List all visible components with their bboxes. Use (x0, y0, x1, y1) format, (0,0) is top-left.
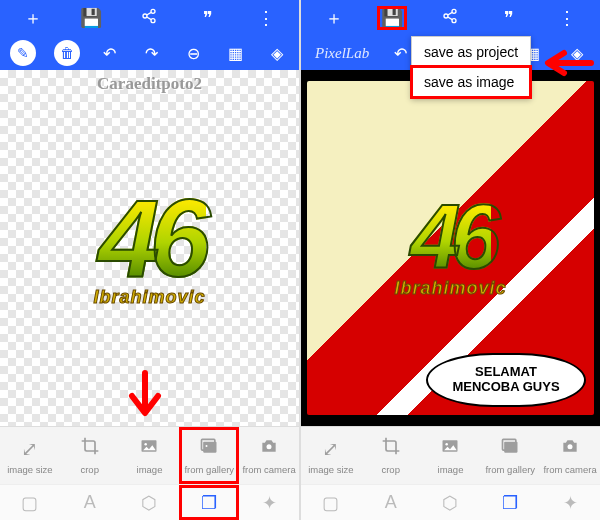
nav-text[interactable]: A (361, 485, 421, 520)
from-gallery-button[interactable]: from gallery (480, 427, 540, 484)
nav-fx[interactable]: ✦ (239, 485, 299, 520)
grid-icon[interactable]: ▦ (223, 44, 247, 63)
art-name: Ibrahimovic (394, 278, 506, 299)
image-size-button[interactable]: ⤢ image size (0, 427, 60, 484)
watermark: Caraeditpoto2 (97, 74, 202, 94)
crop-label: crop (80, 464, 98, 475)
editor-canvas[interactable]: Caraeditpoto2 46 Ibrahimovic (0, 70, 299, 426)
from-gallery-icon (199, 436, 219, 461)
edit-button[interactable]: ✎ (10, 40, 36, 66)
bottom-toolbar: ⤢ image size crop image from gallery f (0, 426, 299, 484)
art-number: 46 (410, 197, 490, 278)
nav-text[interactable]: A (60, 485, 120, 520)
quote-icon[interactable]: ❞ (495, 7, 523, 29)
nav-bar: ▢ A ⬡ ❐ ✦ (0, 484, 299, 520)
share-icon[interactable] (135, 8, 163, 29)
crop-icon (381, 436, 401, 461)
more-icon[interactable]: ⋮ (252, 7, 280, 29)
layers-icon[interactable]: ◈ (564, 44, 590, 63)
from-camera-button[interactable]: from camera (540, 427, 600, 484)
from-camera-icon (259, 436, 279, 461)
from-gallery-button[interactable]: from gallery (179, 427, 239, 484)
crop-label: crop (381, 464, 399, 475)
nav-box[interactable]: ▢ (0, 485, 60, 520)
image-button[interactable]: image (421, 427, 481, 484)
art-name: Ibrahimovic (93, 287, 205, 308)
left-screenshot: ＋ 💾 ❞ ⋮ ✎ 🗑 ↶ ↷ ⊖ ▦ ◈ Caraeditpoto2 46 I… (0, 0, 301, 520)
image-size-button[interactable]: ⤢ image size (301, 427, 361, 484)
nav-bar: ▢ A ⬡ ❐ ✦ (301, 484, 600, 520)
arrow-down-annotation (120, 368, 170, 426)
delete-button[interactable]: 🗑 (54, 40, 80, 66)
image-size-icon: ⤢ (322, 437, 339, 461)
save-as-project[interactable]: save as project (412, 37, 530, 67)
crop-button[interactable]: crop (361, 427, 421, 484)
zoom-out-icon[interactable]: ⊖ (182, 44, 206, 63)
svg-point-2 (151, 18, 155, 22)
from-gallery-label: from gallery (184, 464, 234, 475)
svg-point-9 (452, 9, 456, 13)
brand-label: PixelLab (311, 45, 369, 62)
image-icon (440, 436, 460, 461)
editor-canvas[interactable]: 46 Ibrahimovic SELAMAT MENCOBA GUYS (301, 70, 600, 426)
image-button[interactable]: image (120, 427, 180, 484)
from-gallery-icon (500, 436, 520, 461)
from-gallery-label: from gallery (485, 464, 535, 475)
crop-button[interactable]: crop (60, 427, 120, 484)
speech-bubble: SELAMAT MENCOBA GUYS (426, 353, 586, 407)
undo-icon[interactable]: ↶ (98, 44, 122, 63)
crop-icon (80, 436, 100, 461)
save-icon[interactable]: 💾 (378, 7, 406, 29)
image-label: image (137, 464, 163, 475)
from-camera-label: from camera (242, 464, 295, 475)
image-icon (139, 436, 159, 461)
nav-layers[interactable]: ❐ (179, 485, 239, 520)
svg-point-1 (143, 14, 147, 18)
from-camera-button[interactable]: from camera (239, 427, 299, 484)
save-as-image[interactable]: save as image (412, 67, 530, 97)
image-size-label: image size (308, 464, 353, 475)
nav-box[interactable]: ▢ (301, 485, 361, 520)
quote-icon[interactable]: ❞ (194, 7, 222, 29)
top-toolbar: ＋ 💾 ❞ ⋮ (301, 0, 600, 36)
image-size-icon: ⤢ (21, 437, 38, 461)
svg-point-4 (145, 443, 148, 446)
save-menu: save as project save as image (411, 36, 531, 98)
nav-fx[interactable]: ✦ (540, 485, 600, 520)
add-icon[interactable]: ＋ (19, 6, 47, 30)
svg-point-10 (444, 14, 448, 18)
from-camera-icon (560, 436, 580, 461)
svg-point-0 (151, 9, 155, 13)
top-toolbar: ＋ 💾 ❞ ⋮ (0, 0, 299, 36)
svg-point-16 (568, 444, 573, 449)
edit-toolbar: ✎ 🗑 ↶ ↷ ⊖ ▦ ◈ (0, 36, 299, 70)
from-camera-label: from camera (543, 464, 596, 475)
nav-layers[interactable]: ❐ (480, 485, 540, 520)
redo-icon[interactable]: ↷ (140, 44, 164, 63)
svg-point-11 (452, 18, 456, 22)
nav-shape[interactable]: ⬡ (421, 485, 481, 520)
share-icon[interactable] (436, 8, 464, 29)
nav-shape[interactable]: ⬡ (120, 485, 180, 520)
svg-point-8 (267, 444, 272, 449)
svg-point-13 (446, 443, 449, 446)
right-screenshot: ＋ 💾 ❞ ⋮ PixelLab ↶ ↷ ⊖ ▦ ◈ save as proje… (301, 0, 600, 520)
add-icon[interactable]: ＋ (320, 6, 348, 30)
artwork-with-bg[interactable]: 46 Ibrahimovic SELAMAT MENCOBA GUYS (307, 81, 594, 416)
image-label: image (438, 464, 464, 475)
svg-point-7 (206, 445, 208, 447)
undo-icon[interactable]: ↶ (387, 44, 413, 63)
save-icon[interactable]: 💾 (77, 7, 105, 29)
artwork[interactable]: 46 Ibrahimovic (93, 188, 205, 308)
layers-icon[interactable]: ◈ (265, 44, 289, 63)
bottom-toolbar: ⤢ image size crop image from gallery f (301, 426, 600, 484)
art-number: 46 (93, 188, 205, 287)
more-icon[interactable]: ⋮ (553, 7, 581, 29)
image-size-label: image size (7, 464, 52, 475)
